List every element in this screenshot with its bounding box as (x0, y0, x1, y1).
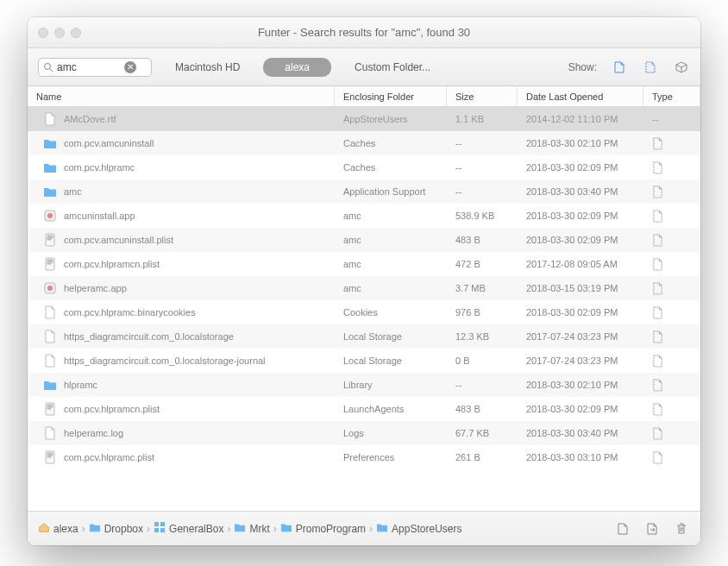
folder-icon (43, 185, 57, 198)
file-size: 0 B (447, 355, 518, 366)
file-type (643, 403, 700, 416)
copy-path-icon[interactable] (614, 520, 631, 538)
path-label: Mrkt (249, 523, 269, 535)
table-row[interactable]: com.pcv.hlpramcCaches--2018-03-30 02:09 … (28, 155, 700, 179)
table-row[interactable]: helperamc.logLogs67.7 KB2018-03-30 03:40… (28, 421, 700, 445)
doc-icon (43, 354, 57, 368)
enclosing-folder: amc (335, 259, 447, 269)
path-label: AppStoreUsers (392, 523, 461, 535)
path-segment[interactable]: alexa (38, 521, 78, 536)
file-type (643, 137, 700, 150)
show-label: Show: (568, 61, 597, 73)
file-type (643, 258, 700, 271)
enclosing-folder: amc (335, 211, 447, 221)
path-label: Dropbox (104, 523, 143, 535)
path-segment[interactable]: PromoProgram (280, 522, 366, 535)
enclosing-folder: Library (335, 380, 447, 390)
scope-macintosh-hd[interactable]: Macintosh HD (162, 58, 253, 77)
enclosing-folder: Cookies (335, 307, 447, 318)
file-type (643, 355, 700, 368)
file-name: com.pcv.hlpramc.binarycookies (64, 307, 196, 318)
file-size: 483 B (447, 404, 518, 414)
file-type (643, 330, 700, 343)
column-type[interactable]: Type (643, 86, 700, 106)
table-row[interactable]: com.pcv.hlpramcn.plistamc472 B2017-12-08… (28, 252, 700, 276)
column-folder[interactable]: Enclosing Folder (335, 86, 447, 106)
traffic-zoom[interactable] (71, 28, 81, 38)
clear-search-icon[interactable]: ✕ (124, 61, 136, 73)
svg-point-3 (47, 213, 53, 218)
window-title: Funter - Search results for "amc", found… (28, 26, 700, 39)
file-type (643, 210, 700, 223)
file-name: com.pcv.hlpramc (64, 162, 135, 173)
folder-icon (280, 522, 292, 535)
file-type (643, 186, 700, 198)
folder-icon (234, 522, 246, 535)
doc-icon (43, 426, 57, 440)
date-opened: 2018-03-15 03:19 PM (518, 283, 643, 293)
date-opened: 2018-03-30 02:10 PM (518, 138, 643, 148)
scope-user[interactable]: alexa (263, 58, 331, 77)
table-row[interactable]: https_diagramcircuit.com_0.localstorage-… (28, 349, 700, 373)
plist-icon (43, 402, 57, 416)
search-input[interactable] (53, 61, 124, 73)
file-type: -- (643, 114, 700, 124)
doc-icon (43, 330, 57, 343)
scope-custom-folder[interactable]: Custom Folder... (342, 58, 443, 77)
file-name: com.pcv.amcuninstall (64, 138, 154, 148)
traffic-close[interactable] (38, 28, 48, 38)
path-segment[interactable]: Dropbox (89, 522, 143, 535)
path-label: PromoProgram (296, 523, 366, 535)
date-opened: 2018-03-30 02:10 PM (518, 380, 643, 390)
file-name: com.pcv.hlpramcn.plist (64, 404, 160, 414)
plist-icon (43, 450, 57, 464)
svg-point-0 (45, 63, 51, 69)
path-segment[interactable]: Mrkt (234, 522, 269, 535)
traffic-minimize[interactable] (54, 28, 65, 38)
show-packages-icon[interactable] (673, 59, 690, 76)
svg-rect-21 (47, 456, 51, 457)
trash-icon[interactable] (673, 520, 690, 538)
svg-rect-16 (47, 406, 53, 407)
column-date[interactable]: Date Last Opened (518, 86, 643, 106)
doc-icon (43, 305, 57, 319)
search-field[interactable]: ✕ (38, 58, 152, 77)
date-opened: 2018-03-30 02:09 PM (518, 307, 643, 318)
table-row[interactable]: amcuninstall.appamc538.9 KB2018-03-30 02… (28, 204, 700, 228)
date-opened: 2018-03-30 03:10 PM (518, 452, 643, 462)
file-size: 538.9 KB (447, 211, 518, 221)
show-visible-icon[interactable] (611, 59, 628, 76)
file-size: -- (447, 380, 518, 390)
column-name[interactable]: Name (28, 86, 335, 106)
folder-icon (89, 522, 101, 535)
table-row[interactable]: com.pcv.amcuninstallCaches--2018-03-30 0… (28, 131, 700, 155)
enclosing-folder: Application Support (335, 186, 447, 197)
table-row[interactable]: https_diagramcircuit.com_0.localstorageL… (28, 324, 700, 349)
table-row[interactable]: amcApplication Support--2018-03-30 03:40… (28, 179, 700, 204)
reveal-finder-icon[interactable] (643, 520, 661, 538)
path-segment[interactable]: AppStoreUsers (376, 522, 461, 535)
file-name: helperamc.log (64, 428, 123, 438)
enclosing-folder: Caches (335, 138, 447, 148)
column-size[interactable]: Size (447, 86, 518, 106)
file-size: -- (447, 162, 518, 173)
enclosing-folder: Preferences (335, 452, 447, 462)
file-size: 483 B (447, 235, 518, 245)
file-name: amcuninstall.app (64, 211, 135, 221)
show-hidden-icon[interactable] (642, 59, 659, 76)
enclosing-folder: Local Storage (335, 355, 447, 366)
path-segment[interactable]: GeneralBox (154, 521, 223, 536)
file-name: com.pcv.amcuninstall.plist (64, 235, 173, 245)
table-row[interactable]: hlpramcLibrary--2018-03-30 02:10 PM (28, 373, 700, 397)
svg-rect-10 (47, 261, 53, 262)
plist-icon (43, 233, 57, 247)
table-row[interactable]: helperamc.appamc3.7 MB2018-03-15 03:19 P… (28, 276, 700, 300)
file-type (643, 282, 700, 295)
file-name: hlpramc (64, 380, 97, 390)
svg-rect-19 (47, 453, 53, 454)
table-row[interactable]: com.pcv.hlpramc.plistPreferences261 B201… (28, 445, 700, 469)
table-row[interactable]: AMcDove.rtfAppStoreUsers1.1 KB2014-12-02… (28, 107, 700, 131)
table-row[interactable]: com.pcv.hlpramc.binarycookiesCookies976 … (28, 300, 700, 324)
table-row[interactable]: com.pcv.amcuninstall.plistamc483 B2018-0… (28, 228, 700, 252)
table-row[interactable]: com.pcv.hlpramcn.plistLaunchAgents483 B2… (28, 397, 700, 421)
